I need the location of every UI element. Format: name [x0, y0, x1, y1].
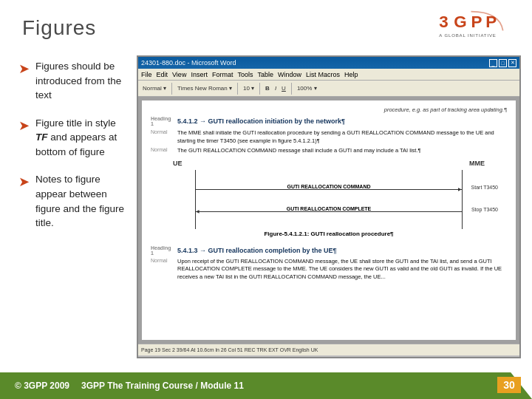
seq-arrow-2: ◀ GUTI REALLOCATION COMPLETE Stop T3450: [158, 207, 499, 216]
seq-ue-label: UE: [173, 160, 183, 167]
normal-label-3: Normal: [151, 258, 174, 282]
menu-view[interactable]: View: [172, 71, 186, 78]
footer-green-bar: © 3GPP 2009 3GPP The Training Course / M…: [0, 372, 532, 399]
bullet-item-1: ➤ Figures should be introduced from the …: [18, 59, 126, 103]
toolbar-bold[interactable]: B: [264, 84, 271, 92]
bullet-section: ➤ Figures should be introduced from the …: [11, 55, 129, 358]
maximize-button[interactable]: □: [499, 59, 507, 67]
word-title-text: 24301-880.doc - Microsoft Word: [141, 59, 236, 66]
doc-heading-2: Heading 1 5.4.1.3 → GUTI reallocation co…: [151, 245, 507, 256]
word-menubar: File Edit View Insert Format Tools Table…: [138, 69, 519, 81]
footer-course: 3GPP The Training Course / Module 11: [81, 381, 244, 391]
main-content: ➤ Figures should be introduced from the …: [0, 52, 532, 362]
toolbar-normal-dropdown[interactable]: Normal ▾: [141, 84, 168, 92]
doc-normal-1: Normal The MME shall initiate the GUTI r…: [151, 129, 507, 145]
menu-listmacros[interactable]: List Macros: [306, 71, 340, 78]
sequence-diagram: UE MME ▶ GUTI REALLOCATION COMMAND Start…: [158, 160, 499, 241]
footer: © 3GPP 2009 3GPP The Training Course / M…: [0, 372, 532, 399]
menu-format[interactable]: Format: [212, 71, 233, 78]
bullet-item-2: ➤ Figure title in style TF and appears a…: [18, 116, 126, 160]
bullet-text-3: Notes to figure appear between figure an…: [35, 172, 126, 230]
word-titlebar: 24301-880.doc - Microsoft Word _ □ ✕: [138, 57, 519, 69]
footer-page-number: 30: [497, 377, 521, 393]
seq-lifeline-mme: [462, 170, 463, 229]
toolbar-separator-4: [291, 83, 292, 95]
seq-entity-labels: UE MME: [158, 160, 499, 167]
svg-text:3: 3: [439, 13, 448, 31]
doc-heading-1: Heading 1 5.4.1.2 → GUTI reallocation in…: [151, 116, 507, 126]
footer-copyright: © 3GPP 2009: [15, 381, 69, 391]
word-document: 24301-880.doc - Microsoft Word _ □ ✕ Fil…: [137, 55, 521, 358]
seq-lifeline-ue: [195, 170, 196, 229]
toolbar-size[interactable]: 10 ▾: [242, 84, 256, 92]
toolbar-separator-3: [259, 83, 260, 95]
heading-label-1: Heading 1: [151, 116, 174, 126]
svg-text:A GLOBAL INITIATIVE: A GLOBAL INITIATIVE: [439, 33, 496, 38]
seq-mme-label: MME: [469, 160, 485, 167]
seq-lines: ▶ GUTI REALLOCATION COMMAND Start T3450 …: [158, 170, 499, 229]
bullet-text-1: Figures should be introduced from the te…: [35, 59, 126, 103]
heading-label-2: Heading 1: [151, 245, 174, 256]
menu-table[interactable]: Table: [257, 71, 273, 78]
normal-label-2: Normal: [151, 147, 174, 155]
toolbar-zoom[interactable]: 100% ▾: [296, 84, 318, 92]
menu-window[interactable]: Window: [278, 71, 301, 78]
toolbar-italic[interactable]: I: [273, 84, 278, 92]
menu-help[interactable]: Help: [344, 71, 358, 78]
minimize-button[interactable]: _: [489, 59, 497, 67]
heading-text-1: 5.4.1.2 → GUTI reallocation initiation b…: [177, 117, 345, 125]
normal-label-1: Normal: [151, 129, 174, 145]
heading-text-2: 5.4.1.3 → GUTI reallocation completion b…: [177, 247, 337, 254]
svg-text:P: P: [471, 13, 482, 31]
menu-insert[interactable]: Insert: [191, 71, 208, 78]
header: Figures 3 G P P A GLOBAL INITIATIVE: [0, 0, 532, 52]
bullet-arrow-1: ➤: [18, 61, 30, 77]
toolbar-separator-2: [237, 83, 238, 95]
bullet-item-3: ➤ Notes to figure appear between figure …: [18, 172, 126, 230]
seq-arrow-1-label: GUTI REALLOCATION COMMAND: [158, 184, 499, 189]
menu-tools[interactable]: Tools: [237, 71, 253, 78]
close-button[interactable]: ✕: [508, 59, 516, 67]
toolbar-font[interactable]: Times New Roman ▾: [176, 84, 233, 92]
toolbar-underline[interactable]: U: [280, 84, 287, 92]
bullet-arrow-2: ➤: [18, 117, 30, 134]
toolbar-separator-1: [171, 83, 172, 95]
word-window-controls[interactable]: _ □ ✕: [489, 59, 516, 67]
word-page: procedure, e.g. as part of tracking area…: [142, 100, 516, 340]
word-content-area: procedure, e.g. as part of tracking area…: [138, 97, 519, 344]
doc-normal-3: Normal Upon receipt of the GUTI REALLOCA…: [151, 258, 507, 282]
svg-text:G: G: [454, 13, 466, 31]
doc-normal-2: Normal The GUTI REALLOCATION COMMAND mes…: [151, 147, 507, 155]
bullet-text-2: Figure title in style TF and appears at …: [35, 116, 126, 160]
seq-arrow-2-note: Stop T3450: [471, 207, 498, 212]
page-title: Figures: [22, 16, 96, 40]
statusbar-text: Page 19 Sec 2 39/64 At 10.6cm ln 26 Col …: [141, 347, 318, 352]
word-toolbar: Normal ▾ Times New Roman ▾ 10 ▾ B I U 10…: [138, 81, 519, 97]
logo-area: 3 G P P A GLOBAL INITIATIVE: [436, 7, 510, 48]
seq-figure-title: Figure-5.4.1.2.1: GUTI reallocation proc…: [158, 231, 499, 237]
menu-file[interactable]: File: [141, 71, 152, 78]
word-statusbar: Page 19 Sec 2 39/64 At 10.6cm ln 26 Col …: [138, 344, 519, 355]
doc-procedure-text: procedure, e.g. as part of tracking area…: [151, 106, 507, 113]
seq-arrow-2-label: GUTI REALLOCATION COMPLETE: [158, 206, 499, 211]
normal-text-1: The MME shall initiate the GUTI realloca…: [177, 129, 507, 145]
3gpp-logo: 3 G P P A GLOBAL INITIATIVE: [436, 7, 506, 44]
seq-arrow-1: ▶ GUTI REALLOCATION COMMAND Start T3450: [158, 185, 499, 194]
bullet-arrow-3: ➤: [18, 174, 30, 190]
normal-text-2: The GUTI REALLOCATION COMMAND message sh…: [177, 147, 421, 155]
menu-edit[interactable]: Edit: [157, 71, 168, 78]
seq-arrow-1-note: Start T3450: [471, 185, 498, 190]
normal-text-3: Upon receipt of the GUTI REALLOCATION CO…: [177, 258, 507, 282]
